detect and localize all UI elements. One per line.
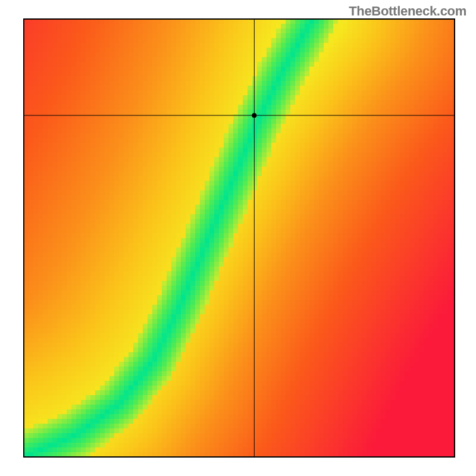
svg-rect-526 <box>362 43 367 48</box>
svg-rect-130 <box>209 24 214 29</box>
svg-rect-7017 <box>71 386 76 390</box>
svg-rect-2233 <box>257 133 262 138</box>
svg-rect-2436 <box>357 143 362 148</box>
svg-rect-4444 <box>386 248 390 252</box>
svg-rect-3469 <box>76 200 81 205</box>
svg-rect-3735 <box>43 214 48 219</box>
svg-rect-5767 <box>186 319 190 324</box>
svg-rect-1919 <box>62 119 67 124</box>
svg-rect-264 <box>414 29 419 33</box>
svg-rect-5595 <box>233 309 238 314</box>
svg-rect-7250 <box>314 395 319 400</box>
svg-rect-356 <box>419 33 424 38</box>
svg-rect-21 <box>124 19 129 24</box>
svg-rect-2837 <box>100 167 105 171</box>
svg-rect-4595 <box>238 257 243 262</box>
svg-rect-8241 <box>267 447 271 452</box>
svg-rect-3734 <box>38 214 43 219</box>
svg-rect-5636 <box>428 309 433 314</box>
svg-rect-8284 <box>38 452 43 457</box>
svg-rect-5470 <box>71 305 76 309</box>
svg-rect-2416 <box>262 143 267 148</box>
svg-rect-4809 <box>390 267 395 271</box>
svg-rect-7153 <box>286 390 290 395</box>
svg-rect-148 <box>295 24 300 29</box>
svg-rect-8329 <box>252 452 257 457</box>
svg-rect-173 <box>414 24 419 29</box>
svg-rect-1432 <box>343 90 347 95</box>
svg-rect-1823 <box>38 114 43 119</box>
svg-rect-2687 <box>252 157 257 162</box>
svg-rect-3999 <box>433 224 438 228</box>
svg-rect-2623 <box>381 152 386 157</box>
svg-rect-4538 <box>400 252 405 257</box>
svg-rect-6338 <box>305 347 309 352</box>
svg-rect-457 <box>33 43 38 48</box>
svg-rect-2624 <box>386 152 390 157</box>
svg-rect-3314 <box>205 190 209 195</box>
svg-rect-1988 <box>390 119 395 124</box>
svg-rect-5468 <box>62 305 67 309</box>
svg-rect-715 <box>395 52 400 57</box>
svg-rect-4582 <box>176 257 181 262</box>
svg-rect-8044 <box>195 438 200 443</box>
svg-rect-1121 <box>162 76 167 81</box>
svg-rect-4651 <box>71 262 76 267</box>
svg-rect-4900 <box>390 271 395 276</box>
svg-rect-446 <box>414 38 419 43</box>
svg-rect-487 <box>176 43 181 48</box>
svg-rect-7799 <box>328 424 333 428</box>
svg-rect-141 <box>262 24 267 29</box>
svg-rect-6110 <box>86 338 90 343</box>
svg-rect-2332 <box>295 138 300 143</box>
svg-rect-880 <box>314 62 319 67</box>
svg-rect-7235 <box>243 395 248 400</box>
svg-rect-3647 <box>57 209 62 214</box>
svg-rect-3333 <box>295 190 300 195</box>
svg-rect-3171 <box>390 181 395 186</box>
svg-rect-2039 <box>200 124 205 129</box>
svg-rect-5367 <box>447 295 452 300</box>
svg-rect-2067 <box>333 124 338 129</box>
svg-rect-5702 <box>309 314 314 319</box>
svg-rect-1007 <box>52 71 57 76</box>
svg-rect-7406 <box>190 405 195 409</box>
svg-rect-7632 <box>400 414 405 419</box>
svg-rect-6735 <box>29 371 33 376</box>
svg-rect-5705 <box>324 314 328 319</box>
svg-rect-4423 <box>286 248 290 252</box>
svg-rect-5382 <box>86 300 90 305</box>
svg-rect-6916 <box>24 381 29 386</box>
svg-rect-5436 <box>343 300 347 305</box>
svg-rect-4851 <box>157 271 162 276</box>
svg-rect-4330 <box>276 243 281 248</box>
svg-rect-4641 <box>24 262 29 267</box>
svg-rect-5116 <box>119 286 124 290</box>
svg-rect-2368 <box>33 143 38 148</box>
svg-rect-4147 <box>271 233 276 238</box>
svg-rect-3456 <box>447 195 452 200</box>
svg-rect-5012 <box>57 281 62 286</box>
bottleneck-heatmap <box>0 0 476 476</box>
svg-rect-4272 <box>433 238 438 243</box>
svg-rect-1405 <box>214 90 219 95</box>
svg-rect-590 <box>233 48 238 52</box>
svg-rect-6467 <box>52 357 57 362</box>
svg-rect-2093 <box>24 129 29 133</box>
svg-rect-6331 <box>271 347 276 352</box>
svg-rect-7458 <box>438 405 443 409</box>
svg-rect-8122 <box>133 443 138 447</box>
svg-rect-1201 <box>109 81 114 86</box>
svg-rect-5209 <box>129 290 133 295</box>
svg-rect-2775 <box>238 162 243 167</box>
svg-rect-4182 <box>438 233 443 238</box>
svg-rect-3140 <box>243 181 248 186</box>
svg-rect-6625 <box>371 362 376 367</box>
svg-rect-1126 <box>186 76 190 81</box>
svg-rect-7651 <box>57 419 62 424</box>
svg-rect-4281 <box>43 243 48 248</box>
svg-rect-6677 <box>186 367 190 371</box>
svg-rect-1778 <box>257 109 262 114</box>
svg-rect-5275 <box>443 290 447 295</box>
svg-rect-7449 <box>395 405 400 409</box>
